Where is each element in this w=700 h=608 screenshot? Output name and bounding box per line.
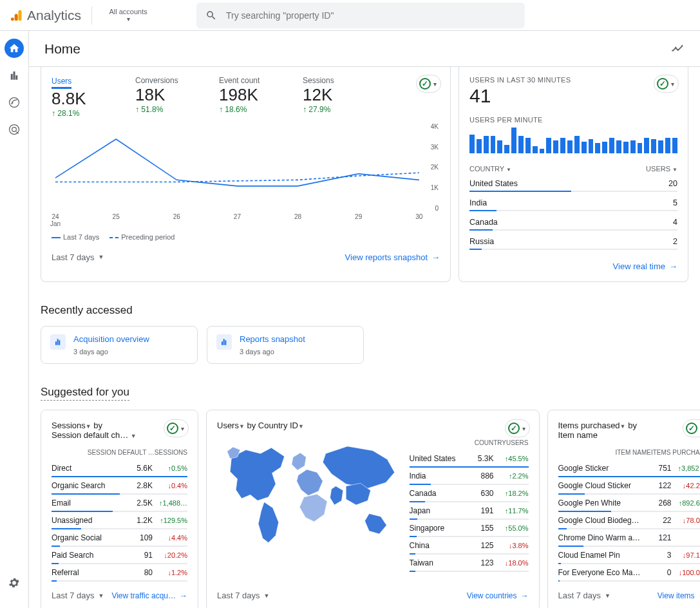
view-items-link[interactable]: View items →: [657, 591, 700, 600]
dimension-dropdown[interactable]: Country ID▼: [258, 421, 304, 430]
metric-users-tab[interactable]: Users: [52, 77, 71, 89]
recent-title: Reports snapshot: [240, 334, 305, 344]
country-header-dropdown[interactable]: COUNTRY ▼: [469, 165, 511, 173]
page-title: Home: [44, 41, 80, 57]
svg-point-10: [681, 45, 683, 46]
section-suggested: Suggested for you: [41, 386, 688, 401]
section-recently: Recently accessed: [41, 304, 688, 317]
upm-sparkbar: [469, 128, 677, 153]
nav-item-admin[interactable]: [5, 573, 24, 593]
arrow-right-icon: →: [180, 591, 187, 600]
range-dropdown[interactable]: Last 7 days ▼: [52, 252, 104, 262]
metric-dropdown[interactable]: Items purchased▼: [558, 421, 626, 430]
check-icon: ✓: [419, 78, 431, 90]
svg-text:26: 26: [173, 213, 181, 220]
caret-down-icon: ▾: [433, 81, 437, 88]
caret-down-icon: ▾: [127, 15, 130, 23]
data-quality-pill[interactable]: ✓▾: [654, 75, 679, 93]
arrow-right-icon: →: [521, 591, 529, 600]
caret-down-icon: ▼: [264, 593, 270, 599]
svg-point-6: [12, 128, 17, 132]
data-quality-pill[interactable]: ✓▾: [683, 419, 700, 437]
metric-dropdown[interactable]: Users▼: [217, 421, 245, 430]
metrics-row: Users8.8K↑ 28.1% Conversions18K↑ 51.8% E…: [52, 76, 440, 118]
table-row: Unassigned1.2K↑129.5%: [52, 512, 187, 526]
svg-rect-0: [19, 10, 22, 21]
svg-text:30: 30: [415, 213, 423, 220]
table-header-val: SESSIONS: [155, 449, 187, 456]
svg-text:25: 25: [113, 213, 120, 220]
svg-text:27: 27: [234, 213, 241, 220]
table-row: Referral80↓1.2%: [52, 564, 187, 578]
metric-sessions-value: 12K: [303, 85, 361, 105]
users-header-dropdown[interactable]: USERS ▼: [646, 165, 677, 173]
check-icon: ✓: [167, 423, 178, 434]
data-quality-pill[interactable]: ✓▾: [164, 419, 189, 437]
page-header: Home: [29, 31, 700, 67]
metric-users-change: ↑ 28.1%: [52, 109, 109, 118]
report-icon: [50, 334, 66, 350]
svg-text:29: 29: [355, 213, 363, 220]
table-row: Email2.5K↑1,488…: [52, 495, 187, 509]
range-dropdown[interactable]: Last 7 days ▼: [558, 591, 610, 600]
view-traffic-link[interactable]: View traffic acqu… →: [111, 591, 187, 600]
metric-sessions-change: ↑ 27.9%: [303, 105, 361, 114]
data-quality-pill[interactable]: ✓▾: [505, 419, 530, 437]
table-row: Canada630↑18.2%: [410, 485, 529, 499]
svg-text:24: 24: [52, 213, 59, 220]
svg-point-7: [672, 50, 673, 51]
range-dropdown[interactable]: Last 7 days ▼: [217, 591, 269, 600]
logo-group[interactable]: Analytics: [10, 8, 81, 23]
table-row: Organic Social109↓4.4%: [52, 529, 187, 544]
nav-item-home[interactable]: [5, 39, 24, 58]
caret-down-icon: ▾: [181, 425, 184, 432]
svg-point-3: [10, 98, 19, 108]
search-field[interactable]: [196, 3, 525, 28]
table-row: United States5.3K↑45.5%: [410, 450, 529, 464]
account-picker[interactable]: All accounts ▾: [102, 8, 154, 23]
table-row: Google Cloud Biodeg…22↓78.0%: [558, 512, 701, 526]
metric-sessions-tab[interactable]: Sessions: [303, 76, 361, 85]
metric-dropdown[interactable]: Sessions▼: [52, 421, 91, 430]
nav-item-explore[interactable]: [5, 93, 24, 112]
table-row: Google Sticker751↑3,852…: [558, 460, 701, 474]
realtime-heading: USERS IN LAST 30 MINUTES: [469, 76, 677, 84]
metric-conversions-tab[interactable]: Conversions: [135, 76, 193, 85]
card-users-by-country: ✓▾ Users▼ by Country ID▼: [206, 410, 540, 608]
recent-card[interactable]: Reports snapshot3 days ago: [207, 326, 364, 364]
table-header-val: USERS: [506, 439, 528, 446]
table-row: United States20: [469, 173, 677, 188]
recent-card[interactable]: Acquisition overview3 days ago: [41, 326, 198, 364]
card-sessions-by-channel: ✓▾ Sessions▼ bySession default ch… ▼ SES…: [41, 410, 198, 608]
data-quality-pill[interactable]: ✓▾: [416, 75, 441, 93]
recent-ago: 3 days ago: [73, 348, 149, 356]
chart-legend: Last 7 days Preceding period: [52, 233, 440, 241]
metric-eventcount-tab[interactable]: Event count: [219, 76, 277, 85]
svg-rect-1: [15, 14, 18, 21]
range-dropdown[interactable]: Last 7 days ▼: [52, 591, 104, 600]
dimension-dropdown[interactable]: Session default ch… ▼: [52, 430, 137, 440]
table-row: For Everyone Eco Ma…0↓100.0%: [558, 564, 701, 578]
table-row: Canada4: [469, 211, 677, 227]
search-input[interactable]: [225, 10, 516, 21]
dimension-dropdown[interactable]: Item name: [558, 430, 598, 440]
svg-text:2K: 2K: [431, 164, 439, 171]
nav-item-reports[interactable]: [5, 66, 24, 85]
metric-eventcount-change: ↑ 18.6%: [219, 105, 277, 114]
table-row: Paid Search91↓20.2%: [52, 547, 187, 561]
metric-users-value: 8.8K: [52, 89, 109, 109]
caret-down-icon: ▼: [99, 254, 104, 260]
table-row: Google Cloud Sticker122↓42.2%: [558, 477, 701, 491]
table-row: Chrome Dino Warm a…121-: [558, 529, 701, 544]
svg-point-9: [677, 49, 679, 50]
view-realtime-link[interactable]: View real time →: [613, 261, 677, 271]
upm-label: USERS PER MINUTE: [469, 116, 677, 124]
insights-icon[interactable]: [670, 41, 685, 57]
view-reports-snapshot-link[interactable]: View reports snapshot →: [345, 252, 440, 262]
analytics-logo-icon: [10, 8, 23, 23]
table-header-dim: SESSION DEFAULT …: [52, 449, 155, 456]
product-name: Analytics: [27, 8, 81, 23]
view-countries-link[interactable]: View countries →: [467, 591, 529, 600]
nav-item-advertising[interactable]: [5, 120, 24, 139]
sidenav: [0, 31, 28, 608]
